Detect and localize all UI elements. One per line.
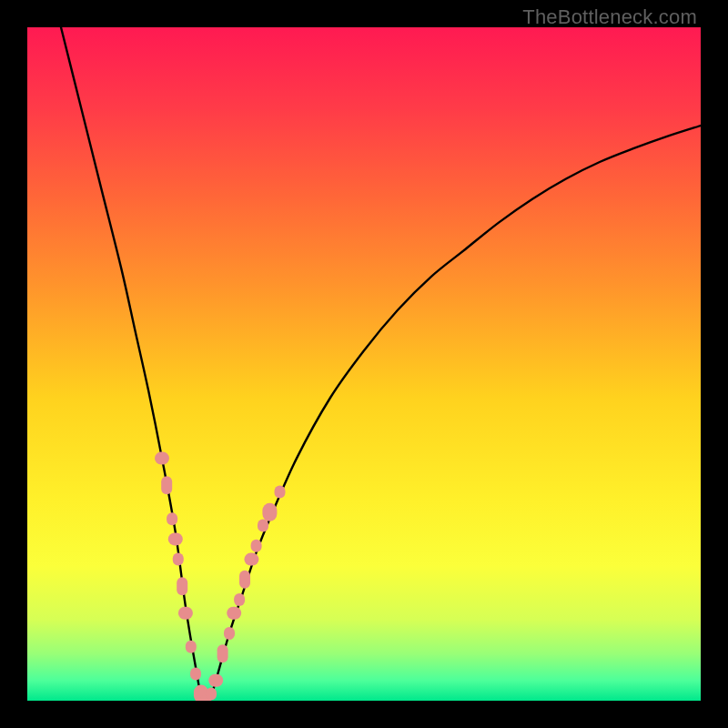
- marker-dot: [217, 644, 228, 662]
- marker-dot: [168, 532, 183, 545]
- curve-layer: [27, 27, 701, 701]
- plot-area: [27, 27, 701, 701]
- marker-dot: [167, 512, 177, 525]
- marker-dot: [208, 674, 223, 687]
- watermark-text: TheBottleneck.com: [522, 5, 697, 29]
- marker-dot: [178, 607, 193, 620]
- marker-dot: [186, 641, 197, 653]
- marker-dot: [190, 667, 201, 680]
- marker-dot: [173, 553, 184, 566]
- marker-dot: [262, 503, 277, 521]
- marker-dot: [239, 571, 250, 589]
- marker-dot: [161, 476, 172, 494]
- bottleneck-curve: [61, 27, 701, 701]
- marker-dot: [177, 577, 187, 595]
- marker-dot: [155, 452, 169, 465]
- marker-dot: [206, 688, 217, 701]
- marker-dot: [234, 593, 245, 606]
- marker-dot: [258, 520, 268, 532]
- chart-frame: TheBottleneck.com: [0, 0, 728, 728]
- marker-dot: [275, 486, 286, 499]
- marker-dot: [224, 627, 235, 640]
- marker-dot: [244, 553, 258, 566]
- marker-dot: [227, 607, 241, 620]
- marker-dot: [251, 540, 262, 552]
